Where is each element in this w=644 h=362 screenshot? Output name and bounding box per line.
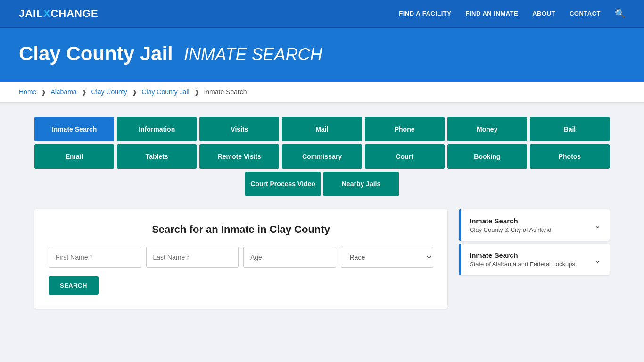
breadcrumb-current: Inmate Search <box>204 88 247 96</box>
sidebar-card-2-text: Inmate Search State of Alabama and Feder… <box>470 251 575 268</box>
nav-buttons-row1: Inmate Search Information Visits Mail Ph… <box>34 117 610 141</box>
btn-mail[interactable]: Mail <box>282 117 362 141</box>
age-input[interactable] <box>243 247 336 268</box>
sidebar-card-1-header[interactable]: Inmate Search Clay County & City of Ashl… <box>461 209 610 241</box>
search-form-fields: Race White Black Hispanic Asian Other <box>49 247 433 268</box>
btn-court-process-video[interactable]: Court Process Video <box>245 172 321 196</box>
sidebar-card-1-subtitle: Clay County & City of Ashland <box>470 226 551 233</box>
search-button[interactable]: SEARCH <box>49 276 99 295</box>
btn-commissary[interactable]: Commissary <box>282 144 362 169</box>
hero-title-sub: INMATE SEARCH <box>184 45 322 64</box>
first-name-input[interactable] <box>49 247 141 268</box>
btn-email[interactable]: Email <box>34 144 114 169</box>
btn-tablets[interactable]: Tablets <box>117 144 197 169</box>
nav-buttons-row3-inner: Court Process Video Nearby Jails <box>245 172 399 196</box>
page-title: Clay County Jail INMATE SEARCH <box>19 42 625 65</box>
btn-visits[interactable]: Visits <box>199 117 279 141</box>
btn-booking[interactable]: Booking <box>447 144 527 169</box>
btn-money[interactable]: Money <box>447 117 527 141</box>
sidebar-card-2-subtitle: State of Alabama and Federal Lockups <box>470 261 575 268</box>
last-name-input[interactable] <box>146 247 239 268</box>
btn-court[interactable]: Court <box>365 144 445 169</box>
btn-bail[interactable]: Bail <box>530 117 610 141</box>
nav-buttons-row3: Court Process Video Nearby Jails <box>34 172 610 196</box>
sidebar-card-1: Inmate Search Clay County & City of Ashl… <box>459 209 610 241</box>
navbar: JAILXCHANGE FIND A FACILITY FIND AN INMA… <box>0 0 644 28</box>
btn-remote-visits[interactable]: Remote Visits <box>199 144 279 169</box>
breadcrumb-alabama[interactable]: Alabama <box>50 88 76 96</box>
btn-inmate-search[interactable]: Inmate Search <box>34 117 114 141</box>
sidebar-card-1-text: Inmate Search Clay County & City of Ashl… <box>470 217 551 233</box>
btn-phone[interactable]: Phone <box>365 117 445 141</box>
hero-banner: Clay County Jail INMATE SEARCH <box>0 28 644 82</box>
breadcrumb-sep-1: ❱ <box>41 89 46 96</box>
logo[interactable]: JAILXCHANGE <box>19 8 99 20</box>
search-icon[interactable]: 🔍 <box>615 8 625 19</box>
breadcrumb: Home ❱ Alabama ❱ Clay County ❱ Clay Coun… <box>0 82 644 103</box>
nav-about[interactable]: ABOUT <box>532 10 555 17</box>
search-title: Search for an Inmate in Clay County <box>49 223 433 236</box>
content-layout: Search for an Inmate in Clay County Race… <box>34 209 610 309</box>
nav-links: FIND A FACILITY FIND AN INMATE ABOUT CON… <box>399 8 625 19</box>
chevron-down-icon-2: ⌄ <box>594 255 601 265</box>
sidebar-card-2: Inmate Search State of Alabama and Feder… <box>459 244 610 275</box>
logo-jail: JAIL <box>19 8 43 19</box>
btn-nearby-jails[interactable]: Nearby Jails <box>323 172 399 196</box>
sidebar-card-2-title: Inmate Search <box>470 251 575 259</box>
btn-information[interactable]: Information <box>117 117 197 141</box>
nav-contact[interactable]: CONTACT <box>570 10 601 17</box>
main-container: Inmate Search Information Visits Mail Ph… <box>16 103 628 323</box>
logo-xchange: CHANGE <box>50 8 98 19</box>
race-select[interactable]: Race White Black Hispanic Asian Other <box>341 247 434 268</box>
breadcrumb-clay-county[interactable]: Clay County <box>91 88 127 96</box>
breadcrumb-sep-2: ❱ <box>82 89 87 96</box>
nav-find-inmate[interactable]: FIND AN INMATE <box>465 10 518 17</box>
btn-photos[interactable]: Photos <box>530 144 610 169</box>
nav-buttons-row2: Email Tablets Remote Visits Commissary C… <box>34 144 610 169</box>
breadcrumb-clay-county-jail[interactable]: Clay County Jail <box>141 88 189 96</box>
sidebar-card-2-header[interactable]: Inmate Search State of Alabama and Feder… <box>461 244 610 275</box>
search-panel: Search for an Inmate in Clay County Race… <box>34 209 447 309</box>
chevron-down-icon-1: ⌄ <box>594 220 601 230</box>
sidebar-card-1-title: Inmate Search <box>470 217 551 225</box>
logo-x: X <box>43 8 51 19</box>
nav-find-facility[interactable]: FIND A FACILITY <box>399 10 451 17</box>
breadcrumb-home[interactable]: Home <box>19 88 36 96</box>
hero-title-main: Clay County Jail <box>19 42 173 65</box>
sidebar: Inmate Search Clay County & City of Ashl… <box>459 209 610 309</box>
breadcrumb-sep-3: ❱ <box>132 89 137 96</box>
breadcrumb-sep-4: ❱ <box>194 89 199 96</box>
